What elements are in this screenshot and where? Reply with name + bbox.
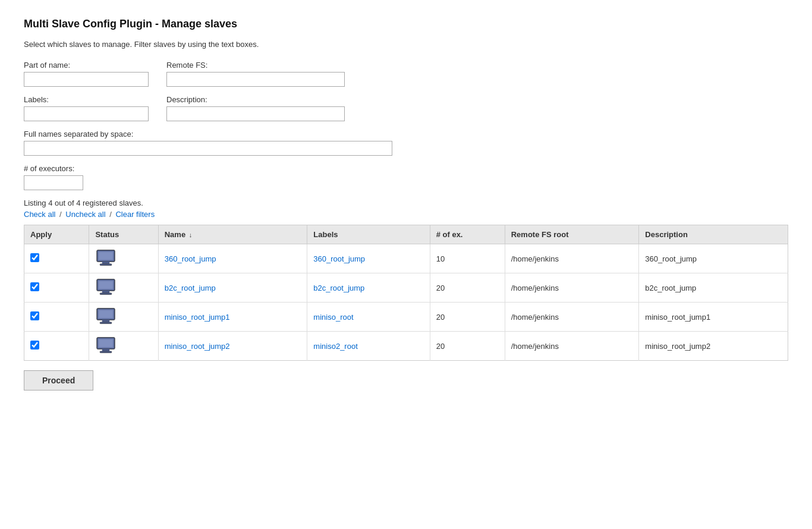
proceed-button[interactable]: Proceed xyxy=(24,370,93,391)
status-cell xyxy=(89,273,158,303)
labels-label: Labels: xyxy=(24,95,149,104)
svg-rect-12 xyxy=(102,320,109,322)
remote-fs-label: Remote FS: xyxy=(166,61,345,70)
remote-fs-cell: /home/jenkins xyxy=(505,303,639,332)
slave-name-link[interactable]: miniso_root_jump2 xyxy=(165,342,230,351)
col-labels: Labels xyxy=(307,225,430,244)
table-row: b2c_root_jumpb2c_root_jump20/home/jenkin… xyxy=(24,273,788,303)
svg-rect-17 xyxy=(102,349,109,351)
name-cell: 360_root_jump xyxy=(158,244,307,273)
page-title: Multi Slave Config Plugin - Manage slave… xyxy=(24,18,788,30)
slave-label-link[interactable]: miniso2_root xyxy=(313,342,357,351)
filter-row-4: # of executors: xyxy=(24,164,788,190)
description-input[interactable] xyxy=(166,106,345,121)
filter-executors: # of executors: xyxy=(24,164,83,190)
executors-cell: 20 xyxy=(430,332,505,361)
apply-checkbox[interactable] xyxy=(30,311,39,320)
col-remote-fs: Remote FS root xyxy=(505,225,639,244)
col-name: Name ↓ xyxy=(158,225,307,244)
name-cell: miniso_root_jump2 xyxy=(158,332,307,361)
col-description: Description xyxy=(639,225,788,244)
slave-name-link[interactable]: miniso_root_jump1 xyxy=(165,313,230,322)
svg-rect-18 xyxy=(100,351,112,353)
labels-cell: miniso_root xyxy=(307,303,430,332)
computer-icon xyxy=(95,336,117,355)
apply-cell xyxy=(24,244,89,273)
table-body: 360_root_jump360_root_jump10/home/jenkin… xyxy=(24,244,788,361)
filter-full-names: Full names separated by space: xyxy=(24,130,392,156)
remote-fs-input[interactable] xyxy=(166,72,345,87)
separator-1: / xyxy=(59,210,64,219)
slave-name-link[interactable]: b2c_root_jump xyxy=(165,284,216,292)
sort-icon: ↓ xyxy=(189,231,193,238)
svg-rect-14 xyxy=(99,310,113,317)
apply-checkbox[interactable] xyxy=(30,253,39,262)
apply-cell xyxy=(24,332,89,361)
table-row: miniso_root_jump2miniso2_root20/home/jen… xyxy=(24,332,788,361)
executors-label: # of executors: xyxy=(24,164,83,173)
part-of-name-label: Part of name: xyxy=(24,61,149,70)
executors-input[interactable] xyxy=(24,175,83,190)
svg-rect-7 xyxy=(102,291,109,293)
filter-links: Check all / Uncheck all / Clear filters xyxy=(24,210,788,219)
slave-name-link[interactable]: 360_root_jump xyxy=(165,254,216,263)
part-of-name-input[interactable] xyxy=(24,72,149,87)
executors-cell: 10 xyxy=(430,244,505,273)
filter-part-of-name: Part of name: xyxy=(24,61,149,87)
apply-cell xyxy=(24,303,89,332)
apply-cell xyxy=(24,273,89,303)
svg-rect-8 xyxy=(100,293,112,295)
computer-icon xyxy=(95,249,117,268)
apply-checkbox[interactable] xyxy=(30,282,39,291)
computer-icon xyxy=(95,278,117,297)
labels-cell: b2c_root_jump xyxy=(307,273,430,303)
description-cell: 360_root_jump xyxy=(639,244,788,273)
labels-cell: miniso2_root xyxy=(307,332,430,361)
col-status: Status xyxy=(89,225,158,244)
remote-fs-cell: /home/jenkins xyxy=(505,332,639,361)
labels-cell: 360_root_jump xyxy=(307,244,430,273)
svg-rect-4 xyxy=(99,252,113,259)
description-cell: b2c_root_jump xyxy=(639,273,788,303)
executors-cell: 20 xyxy=(430,303,505,332)
filter-row-2: Labels: Description: xyxy=(24,95,788,121)
slave-label-link[interactable]: miniso_root xyxy=(313,313,353,322)
apply-checkbox[interactable] xyxy=(30,341,39,349)
remote-fs-cell: /home/jenkins xyxy=(505,244,639,273)
executors-cell: 20 xyxy=(430,273,505,303)
name-cell: miniso_root_jump1 xyxy=(158,303,307,332)
table-header-row: Apply Status Name ↓ Labels # of ex. Remo… xyxy=(24,225,788,244)
check-all-link[interactable]: Check all xyxy=(24,210,55,219)
page-subtitle: Select which slaves to manage. Filter sl… xyxy=(24,40,788,49)
description-cell: miniso_root_jump1 xyxy=(639,303,788,332)
name-cell: b2c_root_jump xyxy=(158,273,307,303)
svg-rect-19 xyxy=(99,339,113,347)
svg-rect-9 xyxy=(99,281,113,288)
filter-section: Part of name: Remote FS: Labels: Descrip… xyxy=(24,61,788,190)
status-cell xyxy=(89,332,158,361)
slaves-table: Apply Status Name ↓ Labels # of ex. Remo… xyxy=(24,225,788,361)
description-label: Description: xyxy=(166,95,345,104)
filter-row-1: Part of name: Remote FS: xyxy=(24,61,788,87)
table-head: Apply Status Name ↓ Labels # of ex. Remo… xyxy=(24,225,788,244)
filter-description: Description: xyxy=(166,95,345,121)
filter-row-3: Full names separated by space: xyxy=(24,130,788,156)
svg-rect-2 xyxy=(102,262,109,264)
slave-label-link[interactable]: 360_root_jump xyxy=(313,254,365,263)
col-apply: Apply xyxy=(24,225,89,244)
slave-label-link[interactable]: b2c_root_jump xyxy=(313,284,364,292)
computer-icon xyxy=(95,307,117,326)
filter-remote-fs: Remote FS: xyxy=(166,61,345,87)
description-cell: miniso_root_jump2 xyxy=(639,332,788,361)
clear-filters-link[interactable]: Clear filters xyxy=(115,210,155,219)
labels-input[interactable] xyxy=(24,106,149,121)
remote-fs-cell: /home/jenkins xyxy=(505,273,639,303)
full-names-input[interactable] xyxy=(24,141,392,156)
filter-labels: Labels: xyxy=(24,95,149,121)
uncheck-all-link[interactable]: Uncheck all xyxy=(65,210,105,219)
full-names-label: Full names separated by space: xyxy=(24,130,392,138)
separator-2: / xyxy=(109,210,114,219)
listing-info: Listing 4 out of 4 registered slaves. xyxy=(24,199,788,207)
status-cell xyxy=(89,244,158,273)
table-row: 360_root_jump360_root_jump10/home/jenkin… xyxy=(24,244,788,273)
